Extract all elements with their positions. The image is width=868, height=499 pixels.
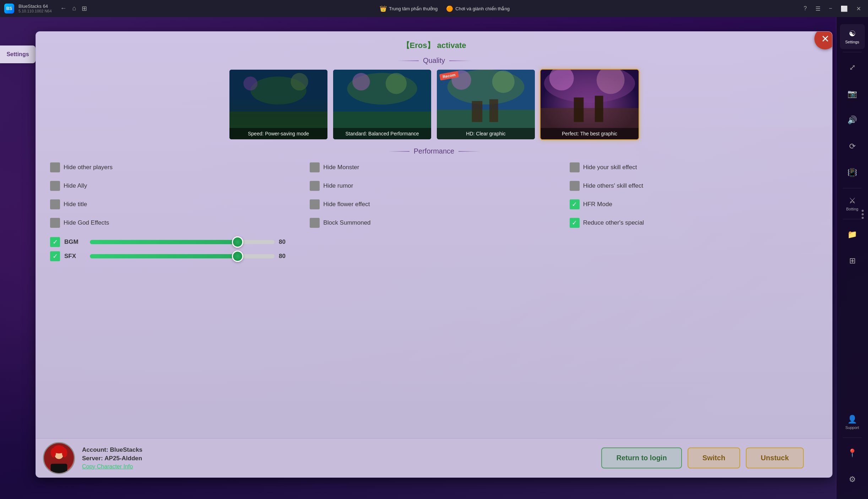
help-button[interactable]: ? [801, 4, 810, 13]
quality-card-perfect[interactable]: ▼ [540, 69, 639, 140]
perf-item-hide-other-players: Hide other players [44, 160, 304, 175]
checkbox-hide-others-skill[interactable] [570, 181, 580, 191]
sidebar-item-camera[interactable]: 📷 [840, 81, 865, 106]
support-icon: 👤 [847, 415, 857, 424]
back-button[interactable]: ← [59, 3, 68, 14]
checkbox-block-summoned[interactable] [310, 218, 320, 228]
close-window-button[interactable]: ✕ [853, 4, 864, 14]
reward-badge[interactable]: 👑 Trung tâm phần thưởng [380, 5, 438, 12]
windows-button[interactable]: ⊞ [80, 3, 88, 14]
play-badge[interactable]: 🟠 Chơi và giành chiến thắng [446, 5, 510, 12]
unstuck-button[interactable]: Unstuck [746, 447, 804, 468]
svg-point-30 [51, 448, 56, 457]
quality-label-standard: Standard: Balanced Performance [333, 128, 431, 139]
checkbox-hide-monster[interactable] [310, 162, 320, 172]
perf-item-hide-others-skill: Hide others' skill effect [564, 178, 824, 194]
app-name: BlueStacks 64 5.10.110.1002 N64 [18, 4, 52, 14]
svg-rect-16 [489, 99, 498, 122]
bottom-buttons: Return to login Switch Unstuck [601, 447, 804, 468]
sidebar-item-rotate[interactable]: ⟳ [840, 134, 865, 159]
panel-header: 【Eros】 activate [44, 40, 824, 51]
bgm-slider-row: ✓ BGM 80 [44, 235, 824, 249]
fullscreen-icon: ⤢ [849, 63, 856, 72]
checkbox-hide-rumor[interactable] [310, 181, 320, 191]
minimize-button[interactable]: − [826, 4, 835, 13]
svg-point-31 [62, 448, 67, 457]
checkbox-hide-other-players[interactable] [50, 162, 60, 172]
slider-section: ✓ BGM 80 ✓ SFX 80 [44, 235, 824, 263]
checkbox-hide-title[interactable] [50, 199, 60, 209]
maximize-button[interactable]: ⬜ [838, 4, 851, 14]
svg-point-14 [492, 70, 515, 93]
titlebar: BS BlueStacks 64 5.10.110.1002 N64 ← ⌂ ⊞… [0, 0, 868, 17]
titlebar-center: 👑 Trung tâm phần thưởng 🟠 Chơi và giành … [93, 5, 796, 12]
folder-icon: 📁 [847, 230, 857, 239]
checkbox-reduce-special[interactable]: ✓ [570, 218, 580, 228]
checkbox-sfx[interactable]: ✓ [50, 251, 60, 261]
checkbox-hide-your-skill[interactable] [570, 162, 580, 172]
volume-icon: 🔊 [847, 116, 857, 125]
sidebar-item-folder[interactable]: 📁 [840, 222, 865, 247]
bgm-track[interactable] [90, 240, 275, 244]
checkmark-icon-2: ✓ [572, 219, 577, 227]
sfx-thumb[interactable] [232, 251, 243, 262]
bluestacks-logo: BS [4, 4, 14, 14]
checkmark-sfx-icon: ✓ [53, 252, 58, 260]
sidebar-item-location[interactable]: 📍 [840, 441, 865, 466]
checkbox-hide-flower[interactable] [310, 199, 320, 209]
sfx-track[interactable] [90, 254, 275, 258]
perf-item-hfr-mode: ✓ HFR Mode [564, 197, 824, 212]
return-to-login-button[interactable]: Return to login [601, 447, 682, 468]
quality-label-hd: HD: Clear graphic [437, 128, 535, 139]
perf-item-reduce-special: ✓ Reduce other's special [564, 215, 824, 231]
botting-icon: ⚔ [849, 196, 856, 205]
perf-item-hide-title: Hide title [44, 197, 304, 212]
svg-rect-15 [472, 101, 483, 122]
label-hide-rumor: Hide rumor [323, 182, 353, 189]
checkbox-hfr-mode[interactable]: ✓ [570, 199, 580, 209]
sfx-value: 80 [279, 253, 297, 260]
settings-tab: Settings [0, 45, 36, 63]
gear-icon: ⚙ [849, 475, 856, 484]
bgm-label: BGM [64, 238, 86, 246]
sidebar-item-settings[interactable]: ☯ Settings [840, 24, 865, 49]
sidebar-item-apps[interactable]: ⊞ [840, 248, 865, 273]
sidebar-divider-1 [843, 52, 862, 52]
bgm-thumb[interactable] [232, 236, 243, 248]
bottom-bar: Account: BlueStacks Server: AP25-Aldden … [36, 438, 832, 477]
quality-card-standard[interactable]: Standard: Balanced Performance [332, 69, 432, 140]
sfx-slider-row: ✓ SFX 80 [44, 249, 824, 263]
sidebar-item-volume[interactable]: 🔊 [840, 108, 865, 133]
checkbox-bgm[interactable]: ✓ [50, 237, 60, 247]
checkbox-hide-ally[interactable] [50, 181, 60, 191]
quality-card-hd[interactable]: Recom HD: Clear graphic [436, 69, 536, 140]
quality-card-speed[interactable]: Speed: Power-saving mode [229, 69, 328, 140]
label-hide-others-skill: Hide others' skill effect [583, 182, 643, 189]
copy-character-info-link[interactable]: Copy Character Info [82, 463, 142, 470]
label-hide-flower: Hide flower effect [323, 201, 370, 208]
apps-icon: ⊞ [849, 256, 856, 265]
home-button[interactable]: ⌂ [71, 3, 78, 14]
sidebar-item-botting[interactable]: ⚔ Botting [840, 191, 865, 216]
svg-point-4 [291, 73, 308, 90]
sidebar-item-shake[interactable]: 📳 [840, 160, 865, 185]
bgm-value: 80 [279, 238, 297, 246]
checkbox-hide-god[interactable] [50, 218, 60, 228]
camera-icon: 📷 [847, 89, 857, 98]
quality-section-title: Quality [44, 57, 824, 65]
sidebar-item-fullscreen[interactable]: ⤢ [840, 55, 865, 80]
right-sidebar: ☯ Settings ⤢ 📷 🔊 ⟳ 📳 ⚔ Botting 📁 [836, 17, 868, 499]
menu-button[interactable]: ☰ [813, 4, 823, 14]
perf-item-block-summoned: Block Summoned [304, 215, 564, 231]
svg-point-9 [386, 73, 407, 94]
sidebar-item-support[interactable]: 👤 Support [840, 410, 865, 435]
perf-item-hide-rumor: Hide rumor [304, 178, 564, 194]
quality-label-perfect: Perfect: The best graphic [541, 128, 639, 139]
perf-item-hide-flower: Hide flower effect [304, 197, 564, 212]
sidebar-item-settings2[interactable]: ⚙ [840, 467, 865, 492]
label-hide-god: Hide God Effects [64, 219, 109, 226]
sfx-fill [90, 254, 238, 258]
label-hfr-mode: HFR Mode [583, 201, 612, 208]
switch-button[interactable]: Switch [688, 447, 740, 468]
sfx-label: SFX [64, 253, 86, 260]
